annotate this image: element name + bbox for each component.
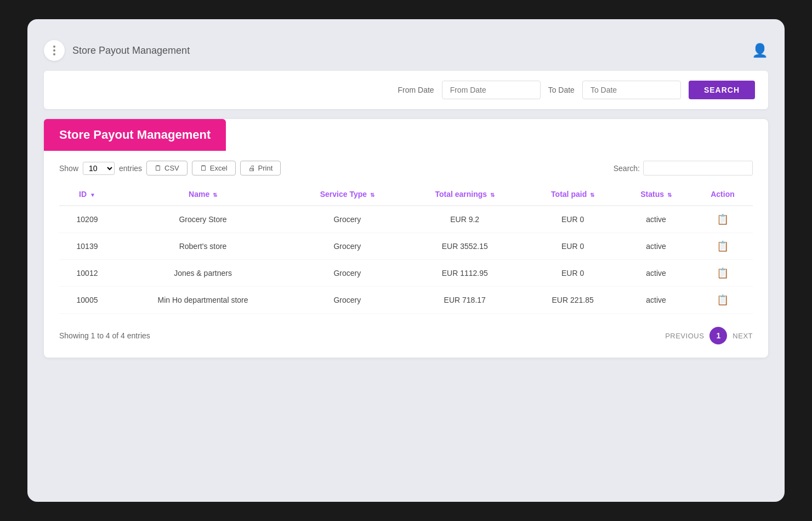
cell-total-earnings: EUR 9.2 [404, 206, 525, 233]
from-date-input[interactable] [442, 81, 541, 99]
cell-status: active [620, 233, 692, 260]
table-footer: Showing 1 to 4 of 4 entries PREVIOUS 1 N… [44, 319, 768, 344]
excel-icon: 🗒 [200, 164, 207, 172]
table-body: 10209 Grocery Store Grocery EUR 9.2 EUR … [59, 206, 753, 314]
cell-id: 10139 [59, 233, 115, 260]
cell-status: active [620, 206, 692, 233]
action-icon[interactable]: 📋 [717, 295, 729, 305]
page-1-button[interactable]: 1 [709, 327, 727, 344]
col-action: Action [692, 183, 753, 206]
col-total-paid: Total paid ⇅ [526, 183, 620, 206]
csv-label: CSV [164, 164, 179, 172]
csv-button[interactable]: 🗒 CSV [146, 161, 188, 175]
col-total-earnings: Total earnings ⇅ [404, 183, 525, 206]
top-nav: Store Payout Management 👤 [44, 36, 768, 71]
nav-left: Store Payout Management [44, 40, 190, 61]
cell-name: Grocery Store [115, 206, 291, 233]
cell-service-type: Grocery [291, 287, 404, 314]
cell-action: 📋 [692, 287, 753, 314]
col-service-type: Service Type ⇅ [291, 183, 404, 206]
col-id: ID ▼ [59, 183, 115, 206]
table-header-row: ID ▼ Name ⇅ Service Type ⇅ Total earning… [59, 183, 753, 206]
table-row: 10012 Jones & partners Grocery EUR 1112.… [59, 260, 753, 287]
col-name: Name ⇅ [115, 183, 291, 206]
search-button[interactable]: SEARCH [689, 81, 755, 99]
cell-name: Jones & partners [115, 260, 291, 287]
sort-icon: ⇅ [667, 192, 672, 198]
col-status: Status ⇅ [620, 183, 692, 206]
card-title: Store Payout Management [44, 119, 226, 151]
cell-service-type: Grocery [291, 260, 404, 287]
sort-icon: ⇅ [370, 192, 374, 198]
previous-button[interactable]: PREVIOUS [665, 332, 704, 340]
cell-status: active [620, 287, 692, 314]
entries-select[interactable]: 10 25 50 100 [83, 162, 115, 175]
action-icon[interactable]: 📋 [717, 214, 729, 225]
csv-icon: 🗒 [155, 164, 162, 172]
excel-label: Excel [210, 164, 228, 172]
action-icon[interactable]: 📋 [717, 268, 729, 279]
cell-total-paid: EUR 0 [526, 206, 620, 233]
cell-id: 10005 [59, 287, 115, 314]
show-label: Show [59, 164, 78, 173]
cell-id: 10012 [59, 260, 115, 287]
table-search-area: Search: [614, 161, 753, 175]
cell-total-earnings: EUR 718.17 [404, 287, 525, 314]
showing-text: Showing 1 to 4 of 4 entries [59, 331, 150, 340]
cell-status: active [620, 260, 692, 287]
cell-name: Robert's store [115, 233, 291, 260]
print-button[interactable]: 🖨 Print [240, 161, 281, 175]
print-label: Print [258, 164, 273, 172]
cell-service-type: Grocery [291, 233, 404, 260]
cell-service-type: Grocery [291, 206, 404, 233]
cell-action: 📋 [692, 233, 753, 260]
table-row: 10139 Robert's store Grocery EUR 3552.15… [59, 233, 753, 260]
print-icon: 🖨 [248, 164, 255, 172]
cell-total-paid: EUR 221.85 [526, 287, 620, 314]
main-card: Store Payout Management Show 10 25 50 10… [44, 119, 768, 358]
cell-action: 📋 [692, 206, 753, 233]
table-row: 10209 Grocery Store Grocery EUR 9.2 EUR … [59, 206, 753, 233]
next-button[interactable]: NEXT [732, 332, 753, 340]
cell-total-earnings: EUR 1112.95 [404, 260, 525, 287]
to-date-input[interactable] [582, 81, 681, 99]
to-date-label: To Date [548, 86, 575, 94]
cell-action: 📋 [692, 260, 753, 287]
app-frame: Store Payout Management 👤 From Date To D… [27, 19, 785, 502]
sort-icon: ⇅ [590, 192, 594, 198]
pagination: PREVIOUS 1 NEXT [665, 327, 753, 344]
search-label: Search: [614, 164, 640, 173]
table-row: 10005 Min Ho departmental store Grocery … [59, 287, 753, 314]
dots-icon [53, 46, 55, 55]
data-table: ID ▼ Name ⇅ Service Type ⇅ Total earning… [59, 183, 753, 314]
card-body: Show 10 25 50 100 entries 🗒 CSV 🗒 Excel [44, 151, 768, 319]
entries-label: entries [119, 164, 142, 173]
cell-total-paid: EUR 0 [526, 233, 620, 260]
cell-name: Min Ho departmental store [115, 287, 291, 314]
table-search-input[interactable] [643, 161, 753, 175]
sort-icon: ⇅ [490, 192, 495, 198]
user-icon: 👤 [752, 43, 768, 58]
nav-title: Store Payout Management [72, 45, 190, 56]
cell-id: 10209 [59, 206, 115, 233]
menu-button[interactable] [44, 40, 65, 61]
cell-total-earnings: EUR 3552.15 [404, 233, 525, 260]
sort-icon: ▼ [90, 192, 95, 198]
action-icon[interactable]: 📋 [717, 241, 729, 252]
from-date-label: From Date [398, 86, 434, 94]
table-head: ID ▼ Name ⇅ Service Type ⇅ Total earning… [59, 183, 753, 206]
sort-icon: ⇅ [213, 192, 217, 198]
cell-total-paid: EUR 0 [526, 260, 620, 287]
excel-button[interactable]: 🗒 Excel [192, 161, 236, 175]
search-bar-area: From Date To Date SEARCH [44, 71, 768, 109]
table-controls: Show 10 25 50 100 entries 🗒 CSV 🗒 Excel [59, 161, 753, 175]
